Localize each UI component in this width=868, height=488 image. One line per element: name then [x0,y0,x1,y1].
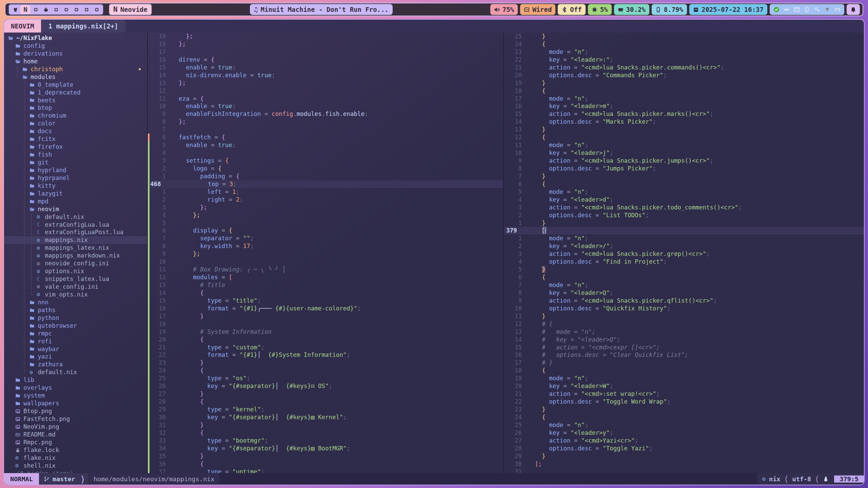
right-code-line-27[interactable]: 27 action = "<cmd>Yazi<cr>"; [504,437,864,445]
right-code-line-7[interactable]: 7 mode = "n"; [504,281,864,289]
tree-item-system[interactable]: system [4,392,147,400]
left-code-line-26[interactable]: 26 key = "{#separator}│ {#keys}⊡ OS"; [148,382,503,390]
tray-key-icon[interactable] [814,6,820,13]
workspace-9-square-icon[interactable] [92,5,102,14]
right-code-line-12[interactable]: 12 # { [504,320,864,328]
left-code-line-24[interactable]: 24 { [148,367,503,374]
tree-item-chromium[interactable]: │ chromium [4,112,147,120]
workspace-5-square-icon[interactable] [51,5,61,14]
tree-item-flake.nix[interactable]: ⚙flake.nix [4,454,147,462]
left-code-line-21[interactable]: 21 type = "custom"; [148,344,503,351]
right-code-line-24[interactable]: 24 { [504,413,864,421]
tree-item-default.nix[interactable]: └ ⚙default.nix [4,368,147,376]
tree-item-firefox[interactable]: │ firefox [4,143,147,151]
right-code-line-5[interactable]: 5 } [504,266,864,273]
tree-item-mappings.nix[interactable]: │ │ ⚙mappings.nix [4,236,147,244]
right-code-line-21[interactable]: 21 action = "<cmd>:set wrap!<cr>"; [504,390,864,398]
right-code-line-30[interactable]: 30 ]; [504,460,864,468]
right-code-line-7[interactable]: 7 } [504,172,864,180]
tree-item-paths[interactable]: │ paths [4,306,147,314]
workspace-7-square-icon[interactable] [71,5,81,14]
tree-item-overlays[interactable]: overlays [4,384,147,392]
right-code-line-31[interactable]: 31 [504,468,864,473]
left-code-line-3[interactable]: 3 }; [148,204,503,211]
left-code-line-35[interactable]: 35 } [148,452,503,460]
tree-item-modules[interactable]: └ modules [4,73,147,81]
right-code-line-3[interactable]: 3 action = "<cmd>lua Snacks.picker.grep(… [504,250,864,258]
left-code-line-6[interactable]: 6 fastfetch = { [148,134,503,141]
tree-item-snippets_latex.lua[interactable]: │ │ ☾snippets_latex.lua [4,275,147,283]
tree-item-docs[interactable]: │ docs [4,127,147,135]
right-code-line-8[interactable]: 8 key = "<leader>Q"; [504,289,864,297]
right-code-line-2[interactable]: 2 key = "<leader>/"; [504,242,864,250]
tree-item-1_deprecated[interactable]: │ 1_deprecated [4,89,147,97]
tree-item-fastfetch.png[interactable]: FastFetch.png [4,415,147,423]
left-code-line-2[interactable]: 2 right = 2; [148,196,503,204]
right-code-line-16[interactable]: 16 # options.desc = "Clear Quickfix List… [504,351,864,359]
left-code-line-19[interactable]: 19 }; [148,33,503,40]
right-code-line-20[interactable]: 20 options.desc = "Commands Picker"; [504,72,864,79]
left-code-line-11[interactable]: 11 # Box Drawing: ╭ ─ ╮ ╰ ╯ │ [148,266,503,273]
tray-check-icon[interactable] [773,6,780,13]
right-code-line-22[interactable]: 22 key = "<leader>:"; [504,56,864,64]
left-code-line-13[interactable]: 13 }; [148,79,503,87]
right-code-line-14[interactable]: 14 # key = "<leader>Q"; [504,336,864,344]
tree-item-nnn[interactable]: │ nnn [4,299,147,306]
right-code-line-10[interactable]: 10 options.desc = "Quickfix History"; [504,305,864,312]
right-code-line-379[interactable]: 379 { [504,227,864,235]
tree-item-btop[interactable]: │ btop [4,104,147,112]
tree-item-home[interactable]: home [4,58,147,65]
right-code-line-8[interactable]: 8 options.desc = "Jumps Picker"; [504,165,864,172]
left-code-line-27[interactable]: 27 } [148,390,503,398]
right-code-line-15[interactable]: 15 action = "<cmd>lua Snacks.picker.mark… [504,110,864,118]
cpu-module[interactable]: 5% [588,4,612,15]
tree-item-readme.md[interactable]: README.md [4,431,147,439]
tree-item-yazi[interactable]: │ yazi [4,353,147,361]
left-code-line-6[interactable]: 6 display = { [148,227,503,235]
tree-item-christoph[interactable]: │ christoph• [4,65,147,73]
left-code-line-8[interactable]: 8 key.width = 17; [148,242,503,250]
tree-item-neovide_config.ini[interactable]: │ │ ⚙neovide_config.ini [4,260,147,267]
right-code-line-3[interactable]: 3 action = "<cmd>lua Snacks.picker.todo_… [504,204,864,211]
right-code-line-14[interactable]: 14 options.desc = "Marks Picker"; [504,118,864,126]
tree-item-beets[interactable]: │ beets [4,97,147,104]
right-code-line-17[interactable]: 17 mode = "n"; [504,95,864,103]
tree-item-derivations[interactable]: derivations [4,50,147,58]
right-code-line-12[interactable]: 12 { [504,134,864,141]
left-code-line-4[interactable]: 4 }; [148,211,503,219]
left-code-line-18[interactable]: 18 [148,320,503,328]
right-code-line-17[interactable]: 17 # } [504,359,864,367]
music-player-module[interactable]: ♫ Minuit Machine - Don't Run Fro... [250,4,393,15]
workspace-1-cat-icon[interactable] [10,5,20,14]
right-code-line-6[interactable]: 6 { [504,273,864,281]
right-code-line-18[interactable]: 18 { [504,87,864,95]
volume-module[interactable]: 75% [490,4,518,15]
left-code-line-14[interactable]: 14 { [148,289,503,297]
workspace-8-square-icon[interactable] [81,5,92,14]
left-code-line-10[interactable]: 10 enable = true; [148,102,503,110]
tree-item-mappings_markdown.nix[interactable]: │ │ ⚙mappings_markdown.nix [4,252,147,260]
tray-mustache-icon[interactable] [784,6,790,13]
left-code-line-22[interactable]: 22 format = "{#1}│ {#}System Information… [148,351,503,359]
editor-pane-left[interactable]: 19 };18 };1716 direnv = {15 enable = tru… [148,33,503,473]
left-code-line-9[interactable]: 9 }; [148,250,503,258]
right-code-line-23[interactable]: 23 } [504,406,864,413]
left-code-line-25[interactable]: 25 type = "os"; [148,374,503,382]
left-code-line-15[interactable]: 15 enable = true; [148,64,503,72]
tray-triangle-icon[interactable] [824,6,830,13]
right-code-line-11[interactable]: 11 } [504,312,864,320]
tree-item--nixflake[interactable]: ~/NixFlake [4,34,147,42]
tree-item-0_template[interactable]: │ 0_template [4,81,147,89]
left-code-line-28[interactable]: 28 { [148,398,503,406]
tree-item-rmpc.png[interactable]: Rmpc.png [4,439,147,446]
editor-pane-right[interactable]: 25 }24 {23 mode = "n";22 key = "<leader>… [504,33,864,473]
tree-item-mpd[interactable]: │ mpd [4,198,147,205]
workspace-4-flame-icon[interactable] [41,5,51,14]
left-code-line-33[interactable]: 33 type = "bootmgr"; [148,437,503,445]
left-code-line-2[interactable]: 2 logo = { [148,165,503,172]
right-code-line-29[interactable]: 29 } [504,452,864,460]
left-code-line-12[interactable]: 12 [148,87,503,95]
left-code-line-23[interactable]: 23 } [148,359,503,367]
left-code-line-5[interactable]: 5 [148,219,503,227]
tree-item-flake.lock[interactable]: flake.lock [4,446,147,454]
